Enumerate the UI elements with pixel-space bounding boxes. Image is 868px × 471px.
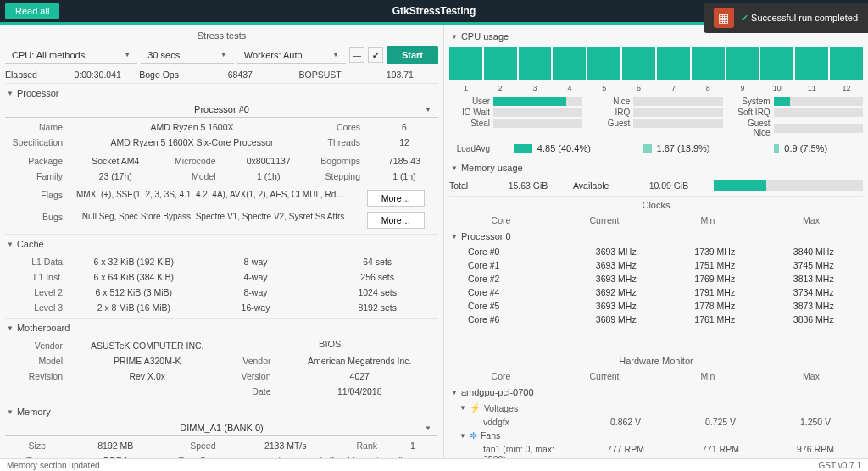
clocks-table: Core #03693 MHz1739 MHz3840 MHzCore #136… (449, 245, 863, 326)
core-bar (830, 47, 863, 80)
core-bar (726, 47, 760, 80)
clock-row: Core #53693 MHz1778 MHz3873 MHz (449, 299, 863, 313)
clocks-proc-header[interactable]: ▼Processor 0 (449, 228, 863, 245)
bogo-value: 68437 (202, 69, 278, 80)
core-bar (553, 47, 586, 80)
bolt-icon: ⚡ (470, 402, 481, 413)
op-label: BOPSUST (282, 69, 359, 80)
fan-icon: ✲ (470, 430, 477, 441)
app-title: GtkStressTesting (392, 5, 476, 17)
clock-row: Core #23693 MHz1769 MHz3813 MHz (449, 272, 863, 285)
chevron-down-icon: ▼ (332, 51, 339, 58)
memory-bank-select[interactable]: DIMM_A1 (BANK 0)▼ (5, 420, 438, 436)
processor-header[interactable]: ▼Processor (5, 85, 438, 102)
core-bar (692, 47, 725, 80)
toast-message: ✔ Successful run completed (741, 13, 858, 24)
check-button[interactable]: ✔ (368, 47, 383, 63)
core-bar (622, 47, 655, 80)
start-button[interactable]: Start (387, 46, 438, 64)
memory-bar (714, 180, 863, 191)
bugs-more-button[interactable]: More… (367, 212, 425, 229)
cache-header[interactable]: ▼Cache (5, 236, 438, 252)
workers-select[interactable]: Workers: Auto▼ (237, 47, 346, 64)
duration-select[interactable]: 30 secs▼ (141, 47, 234, 64)
read-all-button[interactable]: Read all (5, 3, 59, 19)
chevron-down-icon: ▼ (220, 51, 227, 58)
statusbar: Memory section updated GST v0.7.1 (0, 458, 868, 471)
hw-device-header[interactable]: ▼amdgpu-pci-0700 (449, 384, 863, 401)
clock-row: Core #63689 MHz1761 MHz3836 MHz (449, 313, 863, 326)
cpu-chip-icon: ▦ (714, 8, 734, 28)
flags-more-button[interactable]: More… (367, 190, 425, 207)
core-bar (484, 47, 517, 80)
left-panel: Stress tests CPU: All methods▼ 30 secs▼ … (0, 25, 444, 458)
toast: ▦ ✔ Successful run completed (704, 3, 868, 33)
memory-usage-header[interactable]: ▼Memory usage (449, 159, 863, 176)
fans-header[interactable]: ▼✲Fans (459, 429, 863, 442)
core-bar (449, 47, 482, 80)
cpu-method-select[interactable]: CPU: All methods▼ (5, 47, 137, 64)
dash-button[interactable]: — (349, 47, 364, 63)
core-bar (587, 47, 620, 80)
clock-row: Core #03693 MHz1739 MHz3840 MHz (449, 245, 863, 258)
elapsed-value: 0:00:30.041 (59, 69, 136, 80)
processor-select[interactable]: Processor #0▼ (5, 102, 438, 118)
core-bar (657, 47, 690, 80)
memory-header[interactable]: ▼Memory (5, 403, 438, 420)
elapsed-label: Elapsed (5, 69, 56, 80)
cpu-cores-graph (449, 45, 863, 82)
op-value: 193.71 (362, 69, 438, 80)
core-bar (519, 47, 552, 80)
core-bar (760, 47, 793, 80)
core-bar (795, 47, 828, 80)
voltages-header[interactable]: ▼⚡Voltages (459, 401, 863, 415)
motherboard-header[interactable]: ▼Motherboard (5, 319, 438, 336)
clock-row: Core #13693 MHz1751 MHz3745 MHz (449, 258, 863, 272)
chevron-down-icon: ▼ (124, 51, 131, 58)
right-panel: ▼CPU usage 123456789101112 User IO Wait … (444, 25, 868, 458)
stress-title: Stress tests (5, 28, 438, 43)
bogo-label: Bogo Ops (139, 69, 198, 80)
clock-row: Core #43692 MHz1791 MHz3734 MHz (449, 285, 863, 299)
